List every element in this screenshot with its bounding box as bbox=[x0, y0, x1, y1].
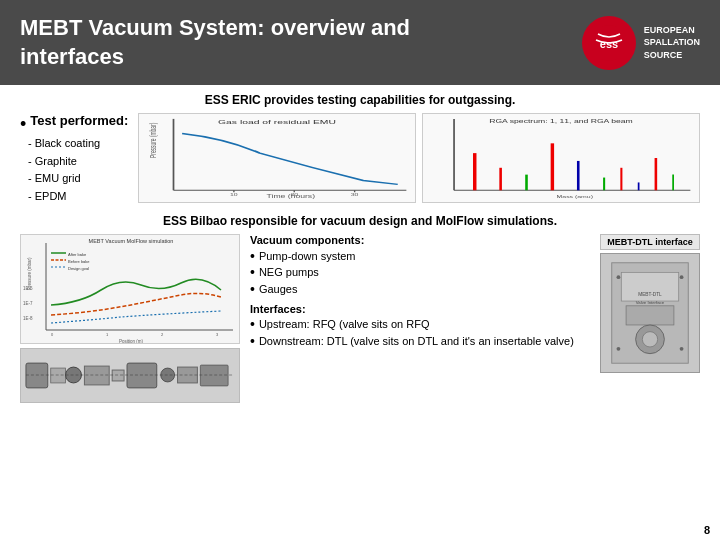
svg-rect-49 bbox=[26, 363, 48, 388]
svg-text:20: 20 bbox=[290, 193, 298, 197]
svg-text:MEBT-DTL: MEBT-DTL bbox=[638, 292, 662, 297]
svg-rect-52 bbox=[84, 366, 109, 385]
logo-area: ess EUROPEAN SPALLATION SOURCE bbox=[582, 16, 700, 70]
bottom-chart-main: MEBT Vacuum MolFlow simulation 1E-6 1E-7… bbox=[20, 234, 240, 344]
svg-rect-50 bbox=[51, 368, 66, 383]
list-item: • Gauges bbox=[250, 281, 590, 298]
svg-rect-53 bbox=[112, 370, 124, 381]
svg-rect-54 bbox=[127, 363, 157, 388]
interfaces-title: Interfaces: bbox=[250, 303, 590, 315]
mebt-dtl-image: MEBT-DTL Valve Interface bbox=[600, 253, 700, 373]
test-performed-section: • Test performed: - Black coating - Grap… bbox=[20, 113, 130, 205]
ess-logo-circle: ess bbox=[582, 16, 636, 70]
svg-text:1E-8: 1E-8 bbox=[23, 316, 33, 321]
list-item: • NEG pumps bbox=[250, 264, 590, 281]
interfaces-section: Interfaces: • Upstream: RFQ (valve sits … bbox=[250, 303, 590, 352]
list-item: - Black coating bbox=[28, 135, 130, 153]
sub-items-list: - Black coating - Graphite - EMU grid - … bbox=[28, 135, 130, 205]
top-section: • Test performed: - Black coating - Grap… bbox=[20, 113, 700, 205]
bullet-icon: • bbox=[250, 317, 255, 331]
logo-text: EUROPEAN SPALLATION SOURCE bbox=[644, 24, 700, 62]
bottom-section: MEBT Vacuum MolFlow simulation 1E-6 1E-7… bbox=[20, 234, 700, 403]
svg-text:Pressure (mbar): Pressure (mbar) bbox=[27, 257, 32, 290]
svg-rect-61 bbox=[626, 305, 674, 324]
svg-rect-29 bbox=[21, 235, 240, 344]
bilbao-line: ESS Bilbao responsible for vacuum design… bbox=[20, 214, 700, 228]
mebt-dtl-area: MEBT-DTL interface bbox=[600, 234, 700, 373]
svg-text:Gas load of residual EMU: Gas load of residual EMU bbox=[218, 118, 336, 125]
svg-text:30: 30 bbox=[351, 193, 359, 197]
svg-text:RGA spectrum: 1, 11, and RGA b: RGA spectrum: 1, 11, and RGA beam bbox=[489, 119, 633, 125]
bullet-icon: • bbox=[250, 249, 255, 263]
svg-text:Position (m): Position (m) bbox=[119, 339, 144, 344]
svg-rect-14 bbox=[423, 114, 699, 202]
component-illustration bbox=[20, 348, 240, 403]
bullet-icon: • bbox=[250, 265, 255, 279]
vacuum-components-title: Vacuum components: bbox=[250, 234, 590, 246]
ess-eric-line: ESS ERIC provides testing capabilities f… bbox=[20, 93, 700, 107]
right-info: Vacuum components: • Pump-down system • … bbox=[250, 234, 590, 352]
left-charts: MEBT Vacuum MolFlow simulation 1E-6 1E-7… bbox=[20, 234, 240, 403]
svg-text:1E-7: 1E-7 bbox=[23, 301, 33, 306]
svg-text:After bake: After bake bbox=[68, 252, 87, 257]
svg-point-67 bbox=[680, 347, 684, 351]
page-title: MEBT Vacuum System: overview and interfa… bbox=[20, 14, 410, 71]
list-item: - Graphite bbox=[28, 153, 130, 171]
content-area: ESS ERIC provides testing capabilities f… bbox=[0, 85, 720, 410]
svg-point-64 bbox=[617, 275, 621, 279]
list-item: - EMU grid bbox=[28, 170, 130, 188]
svg-point-63 bbox=[642, 331, 657, 346]
svg-text:Mass (amu): Mass (amu) bbox=[557, 195, 593, 199]
top-charts: Gas load of residual EMU Pressure (mbar)… bbox=[138, 113, 700, 203]
page-number: 8 bbox=[704, 524, 710, 536]
svg-point-65 bbox=[680, 275, 684, 279]
chart-rga-spectrum: RGA spectrum: 1, 11, and RGA beam bbox=[422, 113, 700, 203]
header: MEBT Vacuum System: overview and interfa… bbox=[0, 0, 720, 85]
mebt-dtl-label: MEBT-DTL interface bbox=[600, 234, 700, 250]
svg-text:Design goal: Design goal bbox=[68, 266, 89, 271]
list-item: • Downstream: DTL (valve sits on DTL and… bbox=[250, 334, 590, 349]
list-item: - EPDM bbox=[28, 188, 130, 206]
test-performed-label: Test performed: bbox=[30, 113, 128, 128]
list-item: • Pump-down system bbox=[250, 248, 590, 265]
list-item: • Upstream: RFQ (valve sits on RFQ bbox=[250, 317, 590, 332]
bullet-icon: • bbox=[250, 334, 255, 348]
svg-rect-57 bbox=[200, 365, 228, 386]
svg-text:MEBT Vacuum MolFlow simulation: MEBT Vacuum MolFlow simulation bbox=[89, 238, 174, 244]
vacuum-components: Vacuum components: • Pump-down system • … bbox=[250, 234, 590, 298]
chart-gas-load: Gas load of residual EMU Pressure (mbar)… bbox=[138, 113, 416, 203]
svg-text:Valve Interface: Valve Interface bbox=[636, 299, 665, 304]
svg-point-66 bbox=[617, 347, 621, 351]
bullet-icon: • bbox=[20, 115, 26, 133]
svg-text:Pressure (mbar): Pressure (mbar) bbox=[149, 123, 159, 158]
svg-text:ess: ess bbox=[600, 38, 618, 50]
bullet-icon: • bbox=[250, 282, 255, 296]
svg-text:Before bake: Before bake bbox=[68, 259, 90, 264]
svg-text:10: 10 bbox=[230, 193, 238, 197]
